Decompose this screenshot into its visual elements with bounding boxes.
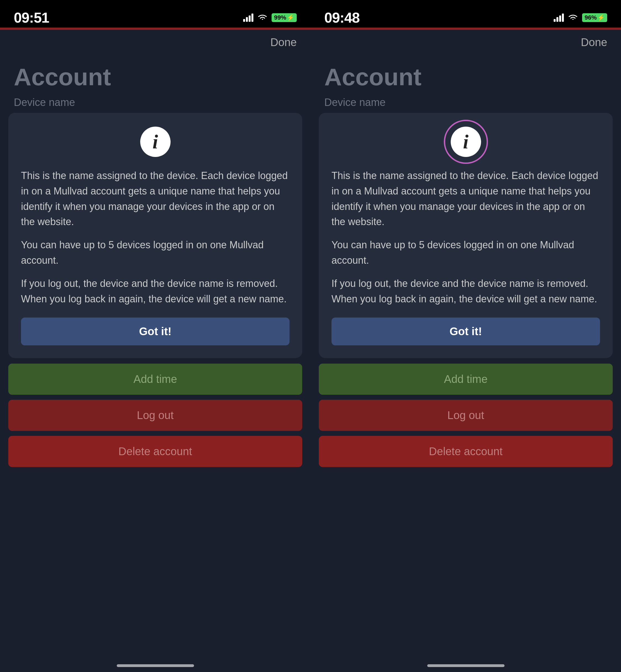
info-icon-wrap-right: i xyxy=(331,127,600,157)
home-indicator-right xyxy=(427,664,504,667)
action-buttons-right: Add time Log out Delete account xyxy=(310,358,621,467)
logout-button-right[interactable]: Log out xyxy=(319,400,613,431)
info-para3-left: If you log out, the device and the devic… xyxy=(21,276,290,307)
top-strip-right xyxy=(310,28,621,30)
signal-icon-right xyxy=(554,13,564,22)
got-it-button-left[interactable]: Got it! xyxy=(21,317,290,345)
done-button-left[interactable]: Done xyxy=(270,36,297,49)
status-bar-right: 09:48 96%⚡ xyxy=(310,0,621,28)
info-card-right: i This is the name assigned to the devic… xyxy=(319,113,613,358)
got-it-button-right[interactable]: Got it! xyxy=(331,317,600,345)
info-icon-highlight-circle xyxy=(444,120,488,164)
status-bar-left: 09:51 99%⚡ xyxy=(0,0,310,28)
nav-bar-left: Done xyxy=(0,30,310,55)
add-time-button-right[interactable]: Add time xyxy=(319,364,613,395)
battery-badge-left: 99%⚡ xyxy=(272,13,297,22)
device-name-label-left: Device name xyxy=(0,97,310,113)
status-icons-left: 99%⚡ xyxy=(243,13,297,22)
info-card-left: i This is the name assigned to the devic… xyxy=(8,113,302,358)
battery-badge-right: 96%⚡ xyxy=(582,13,607,22)
action-buttons-left: Add time Log out Delete account xyxy=(0,358,310,467)
status-icons-right: 96%⚡ xyxy=(554,13,607,22)
info-icon-right: i xyxy=(451,127,481,157)
home-indicator-left xyxy=(117,664,194,667)
info-icon-left: i xyxy=(140,127,171,157)
left-phone-screen: 09:51 99%⚡ Done Account xyxy=(0,0,310,672)
info-icon-wrap-left: i xyxy=(21,127,290,157)
status-time-left: 09:51 xyxy=(14,9,49,26)
info-para1-right: This is the name assigned to the device.… xyxy=(331,168,600,229)
info-para2-right: You can have up to 5 devices logged in o… xyxy=(331,237,600,268)
account-title-left: Account xyxy=(0,55,310,97)
add-time-button-left[interactable]: Add time xyxy=(8,364,302,395)
account-title-right: Account xyxy=(310,55,621,97)
delete-account-button-right[interactable]: Delete account xyxy=(319,436,613,467)
right-phone-screen: 09:48 96%⚡ Done Account Device name xyxy=(310,0,621,672)
info-para3-right: If you log out, the device and the devic… xyxy=(331,276,600,307)
top-strip-left xyxy=(0,28,310,30)
wifi-icon-right xyxy=(568,14,578,21)
signal-icon-left xyxy=(243,13,253,22)
device-name-label-right: Device name xyxy=(310,97,621,113)
info-para2-left: You can have up to 5 devices logged in o… xyxy=(21,237,290,268)
done-button-right[interactable]: Done xyxy=(581,36,607,49)
nav-bar-right: Done xyxy=(310,30,621,55)
wifi-icon-left xyxy=(257,14,268,21)
status-time-right: 09:48 xyxy=(324,9,360,26)
info-para1-left: This is the name assigned to the device.… xyxy=(21,168,290,229)
delete-account-button-left[interactable]: Delete account xyxy=(8,436,302,467)
logout-button-left[interactable]: Log out xyxy=(8,400,302,431)
